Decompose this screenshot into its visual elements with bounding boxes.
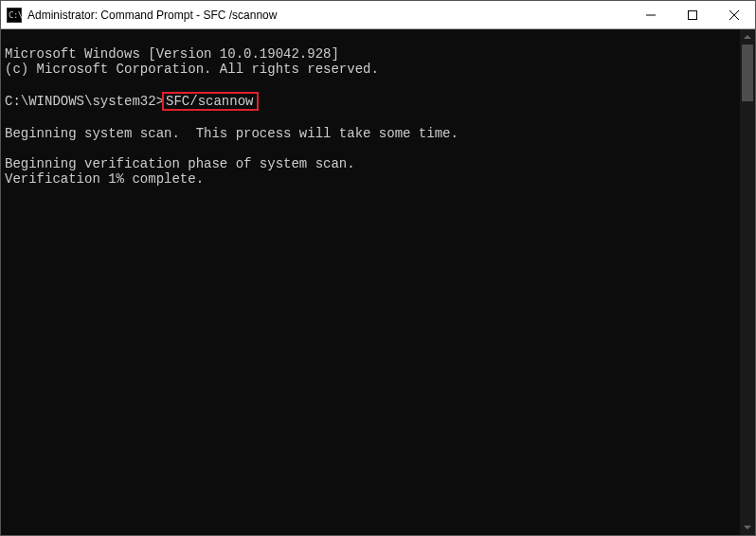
terminal-output[interactable]: Microsoft Windows [Version 10.0.19042.92…	[1, 29, 740, 535]
output-line	[5, 141, 736, 156]
output-line	[5, 77, 736, 92]
prompt-path: C:\WINDOWS\system32>	[5, 94, 164, 109]
svg-rect-1	[689, 10, 697, 19]
output-line: Beginning system scan. This process will…	[5, 126, 736, 141]
scroll-up-button[interactable]	[740, 29, 755, 45]
scroll-thumb[interactable]	[742, 45, 753, 101]
terminal-area: Microsoft Windows [Version 10.0.19042.92…	[1, 29, 755, 535]
output-line: (c) Microsoft Corporation. All rights re…	[5, 62, 736, 77]
command-highlight: SFC/scannow	[162, 92, 259, 111]
output-line: Beginning verification phase of system s…	[5, 156, 736, 171]
output-line: Microsoft Windows [Version 10.0.19042.92…	[5, 46, 736, 62]
output-line: Verification 1% complete.	[5, 171, 736, 187]
minimize-button[interactable]	[630, 1, 672, 28]
scroll-down-button[interactable]	[740, 520, 755, 535]
command-prompt-window: C:\ Administrator: Command Prompt - SFC …	[0, 0, 756, 536]
window-controls	[630, 1, 755, 28]
output-line	[5, 111, 736, 126]
maximize-button[interactable]	[672, 1, 713, 28]
titlebar[interactable]: C:\ Administrator: Command Prompt - SFC …	[1, 1, 755, 29]
app-icon: C:\	[7, 8, 22, 23]
window-title: Administrator: Command Prompt - SFC /sca…	[27, 9, 630, 22]
vertical-scrollbar[interactable]	[740, 29, 755, 535]
close-button[interactable]	[713, 1, 755, 28]
prompt-line: C:\WINDOWS\system32>SFC/scannow	[5, 92, 736, 111]
